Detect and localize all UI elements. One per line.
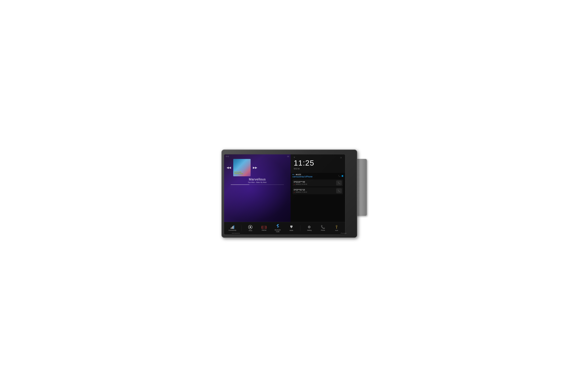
- clock-top-bar: ⠿ ◷: [294, 156, 342, 159]
- call-direction-icon-1: ↙: [294, 183, 295, 185]
- call-meta-2: ↙ 20/05/12 17:28:22: [294, 191, 336, 193]
- music-top-bar: ◁ ◁ ▷|: [224, 154, 291, 158]
- music-panel: ◁ ◁ ▷| ◀◀ DAN ALLEN: [224, 154, 291, 222]
- fmam-icon: ((·)): [261, 225, 267, 229]
- brand-labels: carrozzeria Pioneer: [232, 232, 347, 234]
- album-text: DAN ALLEN MARVELLOUS: [234, 171, 243, 174]
- bluetooth-audio-icon: [276, 224, 279, 229]
- nav-item-setting[interactable]: ⚙ Setting: [305, 225, 314, 231]
- clock-date: 5/13 水: [294, 168, 300, 170]
- phone-status-bar: ✱ 1 ▌▌▌: [293, 174, 313, 175]
- call-item-2: 0*03**91*16 ↙ 20/05/12 17:28:22 📞: [293, 187, 343, 194]
- screen: ◁ ◁ ▷| ◀◀ DAN ALLEN: [224, 154, 345, 235]
- svg-point-3: [336, 225, 337, 227]
- call-item: 0*0216***49 ↙ 20/05/13 10:35:45 📞: [293, 179, 343, 186]
- track-artist: Dan Allen - Make My Mark: [248, 181, 267, 183]
- call-btn-icon-1: 📞: [338, 182, 340, 184]
- call-meta-1: ↙ 20/05/13 10:35:45: [294, 183, 336, 185]
- play-mode-icon[interactable]: ▷|: [287, 155, 289, 157]
- phone-handset-icon: 📞: [338, 175, 340, 177]
- grid-icon[interactable]: ⠿: [294, 156, 295, 159]
- phone-header: ✱ 1 ▌▌▌ carrozzeriaのiPhone 📞: [293, 174, 343, 178]
- device-name: carrozzeriaのiPhone: [293, 175, 313, 178]
- right-panel: ⠿ ◷ 11:25 5/13 水 ✱: [291, 154, 345, 222]
- nav-label-phone: Phone: [321, 230, 325, 231]
- nav-label-aux: AUX: [335, 230, 338, 231]
- brand-carrozzeria: carrozzeria: [232, 232, 240, 234]
- call-direction-icon-2: ↙: [294, 191, 295, 193]
- nav-divider-2: [300, 225, 300, 231]
- back-icon[interactable]: ◁ ◁: [226, 155, 229, 157]
- nav-item-phone[interactable]: 📞 Phone: [318, 225, 328, 231]
- nav-item-bluetooth-audio[interactable]: BluetoothAudio: [273, 224, 282, 233]
- nav-label-bluetooth-audio: BluetoothAudio: [275, 229, 281, 233]
- album-cover[interactable]: DAN ALLEN MARVELLOUS: [233, 159, 251, 176]
- svg-point-5: [336, 228, 337, 229]
- call-button-1[interactable]: 📞: [336, 180, 342, 185]
- battery-icon: [296, 174, 298, 175]
- nav-label-setting: Setting: [307, 230, 312, 231]
- device-chassis: ◁ ◁ ▷| ◀◀ DAN ALLEN: [221, 150, 357, 238]
- call-button-2[interactable]: 📞: [336, 188, 342, 193]
- alexa-icon: [248, 225, 252, 229]
- connectivity-icon: [231, 225, 234, 229]
- main-area: ◁ ◁ ▷| ◀◀ DAN ALLEN: [224, 154, 345, 222]
- svg-rect-0: [290, 226, 293, 227]
- call-btn-icon-2: 📞: [338, 190, 340, 192]
- nav-label-hdmi: HDMI: [290, 230, 293, 231]
- phone-nav-icon: 📞: [321, 225, 325, 229]
- call-info-1: 0*0216***49 ↙ 20/05/13 10:35:45: [294, 181, 336, 185]
- nav-item-fmam[interactable]: ((·)) FM/AM: [259, 225, 269, 231]
- prev-button[interactable]: ◀◀: [227, 166, 231, 169]
- svg-rect-1: [291, 227, 292, 228]
- call-info-2: 0*03**91*16 ↙ 20/05/12 17:28:22: [294, 189, 336, 193]
- clock-time: 11:25: [294, 159, 314, 167]
- album-area: ◀◀ DAN ALLEN MARVELLOUS: [224, 159, 291, 176]
- nav-item-alexa[interactable]: Alexa: [246, 225, 255, 231]
- svg-rect-2: [291, 228, 292, 228]
- progress-fill: [231, 185, 249, 185]
- settings-icon: ⚙: [308, 225, 311, 229]
- nav-item-hdmi[interactable]: HDMI: [287, 225, 296, 231]
- connected-indicator: [342, 175, 343, 177]
- call-number-2: 0*03**91*16: [294, 189, 336, 191]
- nav-label-fmam: FM/AM: [262, 230, 266, 231]
- next-button[interactable]: ▶▶: [253, 166, 257, 169]
- track-title: Marvellous: [248, 177, 267, 181]
- clock-section: ⠿ ◷ 11:25 5/13 水: [291, 154, 345, 173]
- call-timestamp-1: 20/05/13 10:35:45: [296, 183, 307, 185]
- bluetooth-number: 1: [294, 174, 295, 175]
- progress-bar[interactable]: [231, 185, 284, 185]
- track-info: Marvellous Dan Allen - Make My Mark: [247, 177, 268, 183]
- aux-icon: [335, 225, 338, 229]
- brand-pioneer: Pioneer: [341, 232, 347, 234]
- clock-icon[interactable]: ◷: [340, 156, 342, 159]
- nav-label-connectivity: Connectivity: [229, 230, 236, 231]
- phone-section: ✱ 1 ▌▌▌ carrozzeriaのiPhone 📞: [291, 173, 345, 222]
- call-number-1: 0*0216***49: [294, 181, 336, 183]
- nav-item-connectivity[interactable]: Connectivity: [228, 225, 237, 231]
- bluetooth-status-icon: ✱: [293, 174, 294, 175]
- call-timestamp-2: 20/05/12 17:28:22: [296, 191, 307, 193]
- nav-item-aux[interactable]: AUX: [332, 225, 341, 231]
- screen-content: ◁ ◁ ▷| ◀◀ DAN ALLEN: [224, 154, 345, 234]
- nav-label-alexa: Alexa: [249, 230, 252, 231]
- signal-icon: ▌▌▌: [299, 174, 301, 175]
- hdmi-icon: [290, 225, 293, 229]
- device: ◁ ◁ ▷| ◀◀ DAN ALLEN: [221, 146, 367, 238]
